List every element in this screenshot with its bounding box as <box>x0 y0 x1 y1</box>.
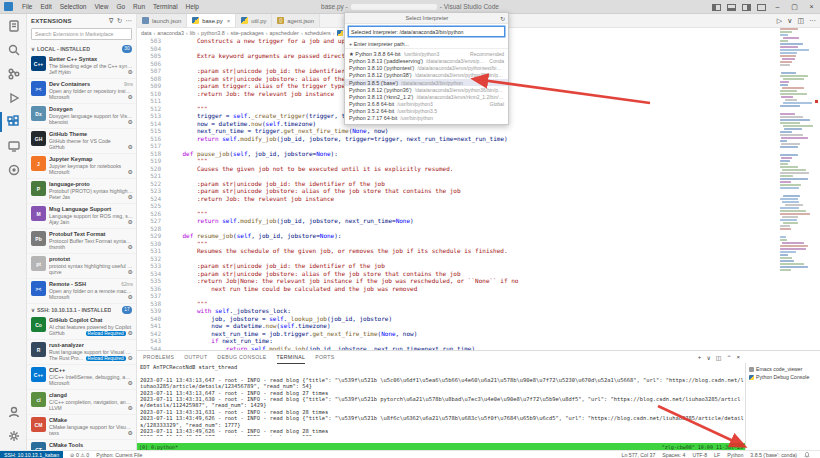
interpreter-option[interactable]: Python 3.6.8 64-bit/usr/bin/python3Globa… <box>345 101 508 108</box>
close-button[interactable]: × <box>803 0 820 14</box>
terminal-output[interactable]: EDT AnTPCRecotNdB start_thread 2023-07-1… <box>140 364 744 436</box>
filter-icon[interactable]: ∇ <box>109 17 114 25</box>
panel-tab-ports[interactable]: PORTS <box>315 351 334 363</box>
gear-icon[interactable]: ⚙ <box>128 119 133 125</box>
extension-card[interactable]: Rrust-analyzerRust language support for … <box>27 340 136 365</box>
menu-view[interactable]: View <box>90 3 112 10</box>
tab-util.py[interactable]: util.py <box>236 14 272 27</box>
interpreter-search-input[interactable]: Selected Interpreter: /data/anaconda3/bi… <box>348 26 505 37</box>
activity-search-icon[interactable] <box>0 38 27 62</box>
maximize-panel-icon[interactable]: ⌃ <box>726 354 731 361</box>
panel-tab-problems[interactable]: PROBLEMS <box>143 351 174 363</box>
activity-account-icon[interactable] <box>0 400 27 424</box>
menu-help[interactable]: Help <box>182 3 203 10</box>
extension-card[interactable]: GHGitHub ThemeGitHub theme for VS CodeGi… <box>27 129 136 154</box>
panel-tab-debug-console[interactable]: DEBUG CONSOLE <box>217 351 266 363</box>
close-panel-icon[interactable]: × <box>736 354 740 360</box>
menu-go[interactable]: Go <box>112 3 129 10</box>
interpreter-option[interactable]: Python 3.8.13 ('paddleserving')/data/ana… <box>345 57 508 64</box>
language-mode[interactable]: Python <box>727 452 743 458</box>
breadcrumb-item[interactable]: anaconda3 <box>157 30 184 36</box>
run-python-file-icon[interactable]: ▷ <box>777 17 782 25</box>
extension-card[interactable]: DxDoxygenDoxygen language support for Vi… <box>27 104 136 129</box>
tab-launch.json[interactable]: launch.json <box>137 14 187 27</box>
notifications-bell-icon[interactable] <box>804 452 810 458</box>
terminal-session[interactable]: Python Debug Console <box>746 373 820 381</box>
interpreter-option[interactable]: Python 3.8.10 ('pythontest')/data/anacon… <box>345 65 508 72</box>
launch-profile-icon[interactable]: ∨ <box>706 354 710 361</box>
encoding[interactable]: UTF-8 <box>692 452 707 458</box>
breadcrumb-item[interactable]: data <box>141 30 152 36</box>
split-terminal-icon[interactable]: ◫ <box>716 354 722 361</box>
toggle-panel-icon[interactable] <box>727 4 736 11</box>
run-dropdown-icon[interactable]: ∨ <box>787 17 792 25</box>
more-actions-icon[interactable]: ⋯ <box>809 17 816 25</box>
breadcrumb-item[interactable]: lib <box>190 30 195 36</box>
extension-card[interactable]: CoGitHub Copilot ChatAI chat features po… <box>27 315 136 340</box>
menu-file[interactable]: File <box>18 3 36 10</box>
extension-card[interactable]: clclangdC/C++ completion, navigation, an… <box>27 390 136 415</box>
gear-icon[interactable]: ⚙ <box>128 380 133 386</box>
interpreter-option[interactable]: Python 3.8.5 ('base')/data/anaconda3/bin… <box>345 79 508 86</box>
breadcrumb-item[interactable]: apscheduler <box>270 30 299 36</box>
split-editor-icon[interactable]: ◫ <box>797 17 804 25</box>
gear-icon[interactable]: ⚙ <box>128 269 133 275</box>
interpreter-option[interactable]: Python 3.5.2 64-bit/usr/bin/python3.5 <box>345 108 508 115</box>
indentation[interactable]: Spaces: 4 <box>662 452 685 458</box>
more-actions-icon[interactable]: ⋯ <box>125 17 132 25</box>
extension-card[interactable]: CMCMakeCMake language support for Visual… <box>27 415 136 440</box>
extension-card[interactable]: ><Remote - SSH62msOpen any folder on a r… <box>27 279 136 304</box>
customize-layout-icon[interactable] <box>757 4 766 11</box>
new-terminal-icon[interactable]: + <box>698 354 702 360</box>
terminal-session[interactable]: Emacs code_viewer <box>746 365 820 373</box>
python-interpreter-version[interactable]: 3.8.5 ('base': conda) <box>750 452 797 458</box>
gear-icon[interactable]: ⚙ <box>128 144 133 150</box>
section-header[interactable]: ∨SSH: 10.10.13.1 - INSTALLED17 <box>27 304 136 315</box>
activity-extensions-icon[interactable] <box>0 110 27 134</box>
extension-card[interactable]: JJupyter KeymapJupyter keymaps for noteb… <box>27 154 136 179</box>
gear-icon[interactable]: ⚙ <box>128 194 133 200</box>
breadcrumb-item[interactable]: schedulers <box>305 30 331 36</box>
interpreter-option[interactable]: Python 2.7.17 64-bit/usr/bin/python <box>345 115 508 122</box>
gear-icon[interactable]: ⚙ <box>128 94 133 100</box>
interpreter-option[interactable]: ★ Python 3.8.8 64-bit/usr/bin/python3Rec… <box>345 50 508 57</box>
interpreter-option[interactable]: Python 3.8.12 ('python38')/data/anaconda… <box>345 72 508 79</box>
panel-tab-terminal[interactable]: TERMINAL <box>277 351 306 364</box>
extension-card[interactable]: C++C/C++C/C++ IntelliSense, debugging, a… <box>27 365 136 390</box>
eol[interactable]: LF <box>714 452 720 458</box>
activity-explorer-icon[interactable] <box>0 14 27 38</box>
minimap[interactable] <box>780 28 813 338</box>
toggle-secondary-sidebar-icon[interactable] <box>742 4 751 11</box>
menu-run[interactable]: Run <box>129 3 149 10</box>
gear-icon[interactable]: ⚙ <box>128 330 133 336</box>
minimize-button[interactable]: – <box>769 0 786 14</box>
problems-indicator[interactable]: ⊘ 0 ⚠ 0 <box>70 452 89 458</box>
extension-card[interactable]: Planguage-protoProtobuf (PROTO) syntax h… <box>27 179 136 204</box>
gear-icon[interactable]: ⚙ <box>128 430 133 436</box>
activity-jupyter-icon[interactable] <box>0 158 27 182</box>
reload-required-button[interactable]: Reload Required <box>86 331 126 336</box>
refresh-icon[interactable]: ↻ <box>117 17 123 25</box>
gear-icon[interactable]: ⚙ <box>128 294 133 300</box>
activity-source-control-icon[interactable] <box>0 62 27 86</box>
breadcrumb-item[interactable]: python3.8 <box>201 30 225 36</box>
interpreter-option[interactable]: Python 3.8.12 ('python36')/data/anaconda… <box>345 86 508 93</box>
menu-selection[interactable]: Selection <box>56 3 91 10</box>
python-env-indicator[interactable]: Python: Current File <box>96 452 142 458</box>
activity-run-debug-icon[interactable] <box>0 86 27 110</box>
toggle-sidebar-icon[interactable] <box>712 4 721 11</box>
activity-settings-icon[interactable] <box>0 424 27 448</box>
breadcrumb-item[interactable]: site-packages <box>230 30 263 36</box>
remote-indicator[interactable]: SSH: 10.10.13.1_kaban <box>0 451 63 458</box>
gear-icon[interactable]: ⚙ <box>128 355 133 361</box>
gear-icon[interactable]: ⚙ <box>128 69 133 75</box>
restore-button[interactable]: ▢ <box>786 0 803 14</box>
interpreter-option[interactable]: Python 3.8.13 ('rknn2_1.2')/data/anacond… <box>345 93 508 100</box>
tab-agent.json[interactable]: {}agent.json <box>272 14 320 27</box>
panel-tab-output[interactable]: OUTPUT <box>184 351 207 363</box>
extensions-search-input[interactable]: Search Extensions in Marketplace <box>31 28 132 40</box>
cursor-position[interactable]: Ln 577, Col 37 <box>622 452 656 458</box>
extension-card[interactable]: C++Better C++ SyntaxThe bleeding edge of… <box>27 54 136 79</box>
menu-terminal[interactable]: Terminal <box>149 3 182 10</box>
gear-icon[interactable]: ⚙ <box>128 405 133 411</box>
